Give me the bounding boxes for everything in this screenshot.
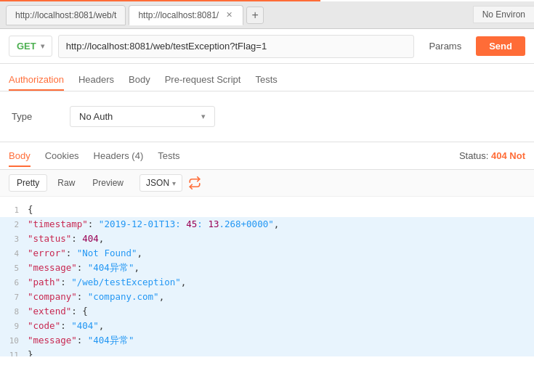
json-line: 7 "company": "company.com",	[0, 290, 534, 304]
json-line: 4 "error": "Not Found",	[0, 246, 534, 261]
line-number: 7	[6, 291, 28, 304]
line-number: 11	[6, 349, 28, 356]
browser-tab-inactive[interactable]: http://localhost:8081/web/t	[6, 5, 126, 25]
line-content: {	[28, 203, 528, 217]
method-selector[interactable]: GET ▾	[9, 36, 52, 57]
json-line: 5 "message": "404异常",	[0, 261, 534, 275]
response-tabs-bar: Body Cookies Headers (4) Tests Status: 4…	[0, 142, 534, 170]
line-number: 4	[6, 248, 28, 261]
status-label: Status:	[459, 150, 488, 161]
json-line: 3 "status": 404,	[0, 232, 534, 246]
line-number: 5	[6, 262, 28, 275]
tab-headers[interactable]: Headers	[78, 68, 114, 91]
wrap-icon[interactable]	[188, 176, 201, 189]
tab-bar: http://localhost:8081/web/t http://local…	[0, 1, 534, 29]
format-tab-raw[interactable]: Raw	[50, 175, 82, 191]
browser-tab-active[interactable]: http://localhost:8081/ ✕	[129, 5, 243, 25]
resp-tab-cookies[interactable]: Cookies	[45, 144, 79, 167]
line-content: "company": "company.com",	[28, 290, 528, 304]
env-selector[interactable]: No Environ	[473, 6, 534, 23]
tab-tests-req[interactable]: Tests	[255, 68, 277, 91]
line-number: 3	[6, 233, 28, 246]
browser-tab-inactive-label: http://localhost:8081/web/t	[15, 10, 116, 20]
response-section: Body Cookies Headers (4) Tests Status: 4…	[0, 142, 534, 356]
json-line: 2 "timestamp": "2019-12-01T13: 45: 13.26…	[0, 217, 534, 232]
line-content: }	[28, 348, 528, 356]
format-tab-pretty[interactable]: Pretty	[9, 174, 47, 192]
line-content: "error": "Not Found",	[28, 246, 528, 261]
tab-headers-label: Headers	[78, 74, 114, 85]
json-output: 1{2 "timestamp": "2019-12-01T13: 45: 13.…	[0, 197, 534, 356]
line-number: 1	[6, 204, 28, 217]
tab-body[interactable]: Body	[129, 68, 150, 91]
tab-tests-req-label: Tests	[255, 74, 277, 85]
json-line: 1{	[0, 203, 534, 217]
line-number: 2	[6, 219, 28, 232]
tab-authorization[interactable]: Authorization	[9, 68, 64, 91]
line-number: 9	[6, 320, 28, 333]
params-button[interactable]: Params	[420, 36, 470, 56]
format-tab-preview[interactable]: Preview	[85, 175, 131, 191]
request-tabs: Authorization Headers Body Pre-request S…	[0, 64, 534, 91]
format-type-select[interactable]: JSON ▾	[139, 174, 182, 192]
line-content: "path": "/web/testException",	[28, 275, 528, 290]
resp-tab-cookies-label: Cookies	[45, 150, 79, 161]
browser-tab-active-label: http://localhost:8081/	[138, 10, 219, 20]
resp-tab-headers-label: Headers (4)	[94, 150, 144, 161]
json-line: 8 "extend": {	[0, 304, 534, 319]
format-tabs: Pretty Raw Preview JSON ▾	[0, 170, 534, 197]
auth-row: Type No Auth ▾	[12, 106, 522, 127]
send-button[interactable]: Send	[476, 36, 525, 56]
resp-tab-tests-label: Tests	[158, 150, 179, 161]
line-number: 10	[6, 335, 28, 348]
line-content: "message": "404异常",	[28, 261, 528, 275]
add-tab-button[interactable]: +	[246, 7, 264, 24]
status-badge: 404 Not	[491, 150, 525, 161]
resp-tab-body[interactable]: Body	[9, 144, 31, 167]
json-line: 11 }	[0, 348, 534, 356]
json-line: 9 "code": "404",	[0, 319, 534, 333]
line-content: "timestamp": "2019-12-01T13: 45: 13.268+…	[28, 217, 528, 232]
line-content: "extend": {	[28, 304, 528, 319]
line-content: "code": "404",	[28, 319, 528, 333]
method-label: GET	[17, 41, 36, 52]
format-type-value: JSON	[146, 178, 169, 188]
line-number: 6	[6, 277, 28, 290]
auth-type-value: No Auth	[79, 111, 113, 122]
method-chevron-icon: ▾	[41, 42, 44, 50]
close-tab-button[interactable]: ✕	[224, 10, 234, 20]
resp-tab-tests[interactable]: Tests	[158, 144, 179, 167]
url-input[interactable]	[58, 35, 415, 58]
response-status: Status: 404 Not	[459, 150, 525, 161]
resp-tab-headers[interactable]: Headers (4)	[94, 144, 144, 167]
line-content: "status": 404,	[28, 232, 528, 246]
url-bar: GET ▾ Params Send	[0, 29, 534, 64]
format-select-chevron-icon: ▾	[172, 179, 176, 187]
line-content: "message": "404异常"	[28, 333, 528, 348]
tab-prerequest-label: Pre-request Script	[165, 74, 241, 85]
resp-tab-body-label: Body	[9, 150, 31, 161]
tab-prerequest[interactable]: Pre-request Script	[165, 68, 241, 91]
auth-section: Type No Auth ▾	[0, 91, 534, 142]
json-line: 6 "path": "/web/testException",	[0, 275, 534, 290]
line-number: 8	[6, 306, 28, 319]
auth-select-chevron-icon: ▾	[201, 112, 206, 121]
auth-type-select[interactable]: No Auth ▾	[70, 106, 215, 127]
tab-body-label: Body	[129, 74, 150, 85]
auth-type-label: Type	[12, 111, 55, 122]
json-line: 10 "message": "404异常"	[0, 333, 534, 348]
tab-authorization-label: Authorization	[9, 74, 64, 85]
